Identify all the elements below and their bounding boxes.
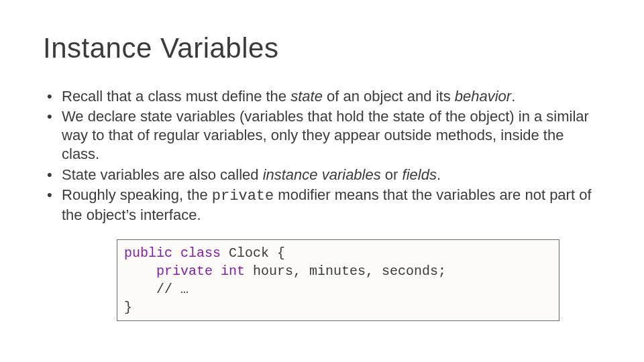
bullet-2: We declare state variables (variables th…	[44, 107, 597, 164]
code-classname: Clock {	[221, 245, 285, 261]
kw-public: public	[124, 245, 172, 261]
text: Recall that a class must define the	[62, 88, 290, 105]
text: .	[437, 166, 441, 183]
kw-int: int	[221, 263, 245, 279]
emph-behavior: behavior	[455, 88, 511, 105]
text: Roughly speaking, the	[62, 186, 212, 203]
indent	[124, 282, 156, 297]
text: of an object and its	[323, 88, 455, 105]
code-block: public class Clock { private int hours, …	[117, 239, 559, 321]
text: State variables are also called	[62, 166, 263, 183]
bullet-3: State variables are also called instance…	[44, 166, 597, 184]
emph-instance-variables: instance variables	[263, 166, 381, 183]
emph-fields: fields	[402, 166, 437, 183]
text: or	[381, 166, 402, 183]
slide-title: Instance Variables	[43, 32, 601, 64]
code-comment: // …	[156, 282, 189, 297]
code-private-inline: private	[212, 188, 274, 204]
emph-state: state	[290, 88, 323, 105]
text: We declare state variables (variables th…	[62, 108, 589, 162]
indent	[124, 263, 156, 279]
text: .	[511, 88, 515, 105]
code-vars: hours, minutes, seconds;	[245, 263, 446, 279]
bullet-list: Recall that a class must define the stat…	[43, 87, 601, 225]
bullet-4: Roughly speaking, the private modifier m…	[44, 186, 597, 225]
slide: Instance Variables Recall that a class m…	[0, 0, 644, 362]
bullet-1: Recall that a class must define the stat…	[44, 87, 597, 106]
kw-class: class	[180, 245, 221, 261]
kw-private: private	[156, 263, 213, 279]
code-close: }	[124, 300, 132, 315]
